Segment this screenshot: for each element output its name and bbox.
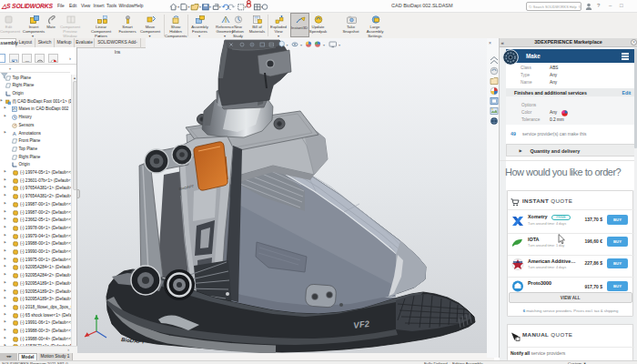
svg-text:▾: ▾ xyxy=(261,5,263,9)
svg-text:VF2: VF2 xyxy=(353,318,370,330)
svg-text:▾: ▾ xyxy=(209,5,211,9)
svg-text:▾: ▾ xyxy=(287,43,288,47)
svg-text:▩: ▩ xyxy=(25,60,29,63)
svg-text:▾: ▾ xyxy=(323,43,325,47)
svg-text:A: A xyxy=(12,131,15,136)
svg-text:▾: ▾ xyxy=(245,5,247,9)
svg-text:▾: ▾ xyxy=(300,43,302,47)
svg-text:▾: ▾ xyxy=(219,5,221,9)
svg-text:▾: ▾ xyxy=(339,43,340,47)
svg-text:▾: ▾ xyxy=(228,5,229,9)
svg-text:▾: ▾ xyxy=(199,5,201,9)
svg-text:▾: ▾ xyxy=(187,5,189,9)
svg-text:▾: ▾ xyxy=(177,5,179,9)
